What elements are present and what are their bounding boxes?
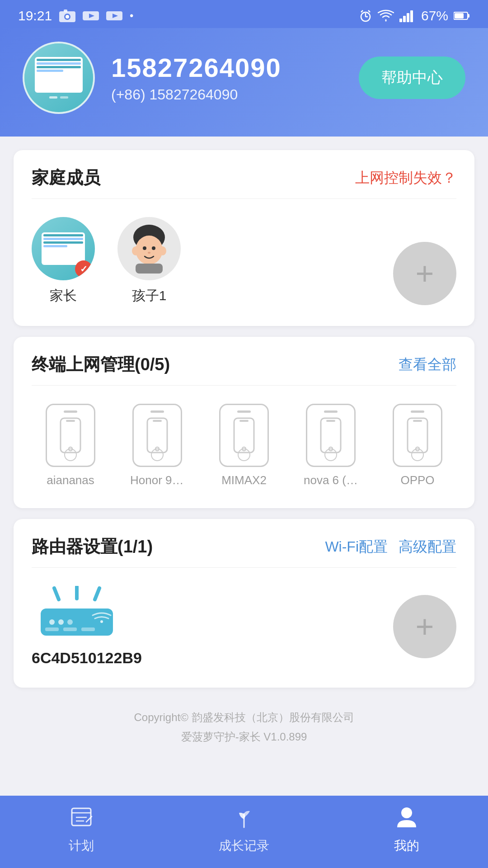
member-item-parent[interactable]: ✓ 家长: [32, 217, 95, 305]
status-time: 19:21: [18, 8, 52, 24]
phone-main: 15827264090: [111, 52, 282, 83]
device-item-1[interactable]: Honor 9 Lite: [118, 404, 196, 487]
member-avatar-child: [117, 217, 181, 280]
nav-item-growth[interactable]: 成长记录: [199, 805, 289, 854]
svg-rect-35: [153, 420, 162, 422]
device-name-4: OPPO: [400, 473, 434, 487]
svg-line-46: [54, 588, 59, 599]
svg-point-29: [159, 246, 166, 255]
family-divider: [32, 198, 456, 199]
svg-point-28: [132, 246, 139, 255]
parent-check-badge: ✓: [75, 260, 92, 278]
battery-icon: [454, 11, 470, 20]
svg-point-39: [242, 447, 246, 451]
add-router-button[interactable]: +: [393, 595, 456, 658]
router-content: 6C4D510122B9 +: [32, 581, 456, 671]
svg-rect-38: [239, 420, 249, 422]
svg-rect-3: [64, 9, 67, 12]
wifi-icon: [378, 9, 394, 23]
device-card-header: 终端上网管理(0/5) 查看全部: [32, 353, 456, 376]
device-item-0[interactable]: aiananas: [32, 404, 109, 487]
dot-indicator: •: [130, 9, 133, 22]
router-divider: [32, 567, 456, 568]
child-face-svg: [127, 224, 172, 274]
add-router-icon: +: [416, 611, 434, 642]
nav-label-growth: 成长记录: [219, 837, 269, 854]
family-card-header: 家庭成员 上网控制失效？: [32, 166, 456, 189]
device-divider: [32, 385, 456, 386]
nav-label-profile: 我的: [394, 837, 419, 854]
device-name-2: MIMAX2: [221, 473, 267, 487]
router-icon-wrap[interactable]: [32, 586, 122, 640]
copyright-text: Copyright© 韵盛发科技（北京）股份有限公司: [23, 708, 465, 727]
battery-level: 67%: [421, 8, 448, 24]
svg-point-56: [100, 620, 103, 623]
svg-point-33: [69, 447, 72, 451]
svg-point-45: [416, 447, 419, 451]
phone-outline-icon-2: [230, 417, 258, 453]
device-icon-1: [132, 404, 182, 467]
phone-outline-icon-1: [144, 417, 171, 453]
view-all-link[interactable]: 查看全部: [399, 355, 456, 375]
svg-point-36: [155, 447, 159, 451]
svg-rect-14: [403, 16, 406, 22]
svg-point-2: [66, 15, 69, 19]
device-item-2[interactable]: MIMAX2: [205, 404, 283, 487]
svg-line-48: [95, 588, 99, 599]
router-mac: 6C4D510122B9: [32, 649, 142, 667]
svg-rect-18: [468, 14, 469, 18]
help-center-button[interactable]: 帮助中心: [359, 57, 465, 99]
advanced-config-link[interactable]: 高级配置: [399, 537, 456, 557]
svg-rect-30: [136, 264, 163, 274]
photo-icon: [59, 9, 75, 22]
phone-outline-icon-3: [317, 417, 344, 453]
header-left: 15827264090 (+86) 15827264090: [23, 42, 282, 114]
member-label-child: 孩子1: [132, 287, 167, 305]
device-name-1: Honor 9 Lite: [130, 473, 184, 487]
profile-icon: [394, 805, 419, 833]
family-members-list: ✓ 家长: [32, 212, 456, 310]
status-right: 67%: [359, 8, 470, 24]
svg-rect-41: [326, 420, 335, 422]
svg-rect-16: [410, 10, 413, 22]
nav-item-profile[interactable]: 我的: [361, 805, 452, 854]
device-icon-3: [306, 404, 356, 467]
user-info: 15827264090 (+86) 15827264090: [111, 52, 282, 103]
svg-point-42: [329, 447, 333, 451]
youtube-icon: [83, 9, 99, 22]
svg-point-63: [401, 807, 412, 818]
member-label-parent: 家长: [50, 287, 77, 305]
svg-line-11: [361, 10, 363, 12]
wifi-config-link[interactable]: Wi-Fi配置: [325, 537, 388, 557]
main-content: 家庭成员 上网控制失效？ ✓ 家长: [0, 137, 488, 796]
svg-point-51: [58, 619, 64, 625]
svg-rect-44: [413, 420, 422, 422]
avatar[interactable]: [23, 42, 95, 114]
nav-item-plan[interactable]: 计划: [36, 805, 127, 854]
device-item-3[interactable]: nova 6 (5G): [292, 404, 370, 487]
svg-point-52: [67, 619, 73, 625]
growth-icon: [232, 805, 256, 833]
phone-outline-icon-0: [57, 417, 84, 453]
svg-line-12: [368, 10, 370, 12]
svg-point-50: [49, 619, 55, 625]
svg-rect-53: [45, 627, 59, 631]
youtube-icon2: [106, 9, 122, 22]
device-list: aiananas Honor 9 Lite: [32, 399, 456, 492]
svg-rect-13: [399, 19, 402, 22]
nav-label-plan: 计划: [69, 837, 94, 854]
svg-point-22: [143, 246, 146, 250]
router-actions: Wi-Fi配置 高级配置: [325, 537, 456, 557]
status-bar: 19:21 •: [0, 0, 488, 28]
svg-rect-55: [81, 627, 95, 631]
router-left: 6C4D510122B9: [32, 586, 142, 667]
member-item-child[interactable]: 孩子1: [117, 217, 181, 305]
svg-point-24: [148, 252, 150, 254]
device-name-0: aiananas: [47, 473, 94, 487]
router-card: 路由器设置(1/1) Wi-Fi配置 高级配置: [14, 519, 474, 688]
add-member-button[interactable]: +: [393, 242, 456, 305]
internet-control-link[interactable]: 上网控制失效？: [355, 168, 456, 188]
device-item-4[interactable]: OPPO: [379, 404, 456, 487]
bottom-nav: 计划 成长记录 我的: [0, 796, 488, 868]
device-icon-2: [219, 404, 269, 467]
